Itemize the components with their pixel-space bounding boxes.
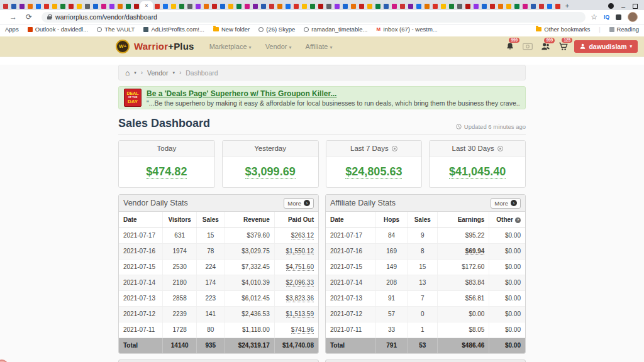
browser-tab[interactable] <box>398 2 406 10</box>
browser-tab[interactable] <box>513 2 521 10</box>
cell-link[interactable]: $2,096.33 <box>286 279 314 287</box>
stat-card-value[interactable]: $474.82 <box>146 165 187 179</box>
browser-tab[interactable] <box>316 2 325 10</box>
browser-tab[interactable] <box>414 2 423 10</box>
cell-link[interactable]: $4,751.60 <box>286 263 314 271</box>
browser-tab[interactable] <box>124 2 132 10</box>
reload-icon[interactable]: ⟳ <box>26 13 32 21</box>
browser-tab[interactable] <box>439 2 447 10</box>
browser-tab[interactable] <box>406 2 414 10</box>
gear-icon[interactable] <box>392 146 397 151</box>
browser-tab[interactable] <box>308 2 316 10</box>
apps-shortcut[interactable]: Apps <box>5 26 19 33</box>
browser-tab[interactable] <box>374 2 382 10</box>
url-text[interactable]: warriorplus.com/vendor/dashboard <box>55 13 157 21</box>
gear-icon[interactable] <box>497 146 503 151</box>
affiliate-more-button[interactable]: More › <box>491 198 521 209</box>
forward-icon[interactable]: → <box>9 13 17 21</box>
new-tab-button[interactable]: + <box>562 1 573 10</box>
browser-tab[interactable] <box>34 2 42 10</box>
maximize-button[interactable] <box>633 4 638 9</box>
browser-tab[interactable] <box>349 2 357 10</box>
active-tab[interactable]: × <box>140 1 153 10</box>
browser-tab[interactable] <box>99 2 108 10</box>
browser-tab[interactable] <box>431 2 439 10</box>
browser-tab[interactable] <box>42 2 50 10</box>
browser-tab[interactable] <box>202 2 210 10</box>
browser-tab[interactable] <box>292 2 300 10</box>
browser-tab[interactable] <box>67 2 75 10</box>
bookmark-item[interactable]: (26) Skype <box>258 26 295 33</box>
browser-tab[interactable] <box>325 2 333 10</box>
nav-marketplace[interactable]: Marketplace ▾ <box>209 43 252 50</box>
browser-tab[interactable] <box>108 2 116 10</box>
cell-link[interactable]: $1,513.59 <box>286 310 314 318</box>
browser-tab[interactable] <box>267 2 275 10</box>
bookmark-star-icon[interactable]: ☆ <box>591 13 597 21</box>
browser-tab[interactable] <box>545 2 553 10</box>
affiliates-button[interactable]: 999 <box>541 42 550 50</box>
warriorplus-brand[interactable]: Warrior+Plus <box>134 41 194 52</box>
browser-tab[interactable] <box>116 2 124 10</box>
browser-tab[interactable] <box>186 2 194 10</box>
bookmark-item[interactable]: AdListProfits.com!... <box>143 26 204 33</box>
bookmark-item[interactable]: Outlook - davidedl... <box>28 26 89 33</box>
cart-button[interactable]: 125 <box>558 42 568 51</box>
browser-tab[interactable] <box>464 2 472 10</box>
browser-tab[interactable] <box>251 2 259 10</box>
browser-tab[interactable] <box>226 2 235 10</box>
earnings-button[interactable] <box>523 43 533 50</box>
deal-title-link[interactable]: Be a 'Deals Page' Superhero w/ This Grou… <box>147 89 520 98</box>
reading-list-button[interactable]: Reading <box>609 26 639 33</box>
other-bookmarks-button[interactable]: Other bookmarks <box>536 26 590 33</box>
user-menu-button[interactable]: dawudislam ▾ <box>574 40 638 53</box>
browser-tab[interactable] <box>1 2 9 10</box>
browser-tab[interactable] <box>357 2 365 10</box>
nav-affiliate[interactable]: Affiliate ▾ <box>306 43 333 50</box>
browser-tab[interactable] <box>218 2 226 10</box>
browser-tab[interactable] <box>521 2 529 10</box>
browser-tab[interactable] <box>284 2 292 10</box>
browser-tab[interactable] <box>447 2 455 10</box>
cell-link[interactable]: $3,823.36 <box>286 295 314 302</box>
browser-tab[interactable] <box>26 2 34 10</box>
address-bar[interactable]: warriorplus.com/vendor/dashboard <box>42 12 586 23</box>
stat-card-value[interactable]: $41,045.40 <box>449 165 506 179</box>
browser-tab[interactable] <box>504 2 513 10</box>
browser-tab[interactable] <box>472 2 480 10</box>
home-icon[interactable]: ⌂ <box>125 69 130 77</box>
browser-tab[interactable] <box>488 2 496 10</box>
browser-tab[interactable] <box>83 2 91 10</box>
browser-tab[interactable] <box>58 2 67 10</box>
browser-tab[interactable] <box>177 2 186 10</box>
browser-tab[interactable] <box>365 2 374 10</box>
browser-tab[interactable] <box>235 2 243 10</box>
extension-icon[interactable] <box>616 14 621 20</box>
iq-extension-icon[interactable]: IQ <box>604 14 609 20</box>
browser-tab[interactable] <box>169 2 177 10</box>
browser-tab[interactable] <box>9 2 18 10</box>
browser-tab[interactable] <box>537 2 545 10</box>
bookmark-item[interactable]: The VAULT <box>97 26 135 33</box>
browser-tab[interactable] <box>275 2 284 10</box>
stat-card-value[interactable]: $3,099.69 <box>245 165 296 179</box>
cell-link[interactable]: $69.94 <box>465 248 485 255</box>
cell-link[interactable]: $1,550.12 <box>286 248 314 255</box>
browser-tab[interactable] <box>259 2 267 10</box>
browser-tab[interactable] <box>423 2 431 10</box>
browser-tab[interactable] <box>243 2 251 10</box>
minimize-button[interactable]: – <box>621 4 625 8</box>
cell-link[interactable]: $741.96 <box>291 326 314 334</box>
help-icon[interactable]: ? <box>515 217 521 223</box>
browser-tab[interactable] <box>496 2 504 10</box>
browser-tab[interactable] <box>91 2 99 10</box>
browser-tab[interactable] <box>480 2 488 10</box>
nav-vendor[interactable]: Vendor ▾ <box>265 43 292 50</box>
notifications-button[interactable]: 999 <box>506 42 514 51</box>
browser-tab[interactable] <box>382 2 390 10</box>
browser-tab[interactable] <box>194 2 202 10</box>
browser-tab[interactable] <box>341 2 349 10</box>
browser-avatar[interactable] <box>628 12 638 22</box>
browser-tab[interactable] <box>50 2 58 10</box>
browser-tab[interactable] <box>553 2 562 10</box>
